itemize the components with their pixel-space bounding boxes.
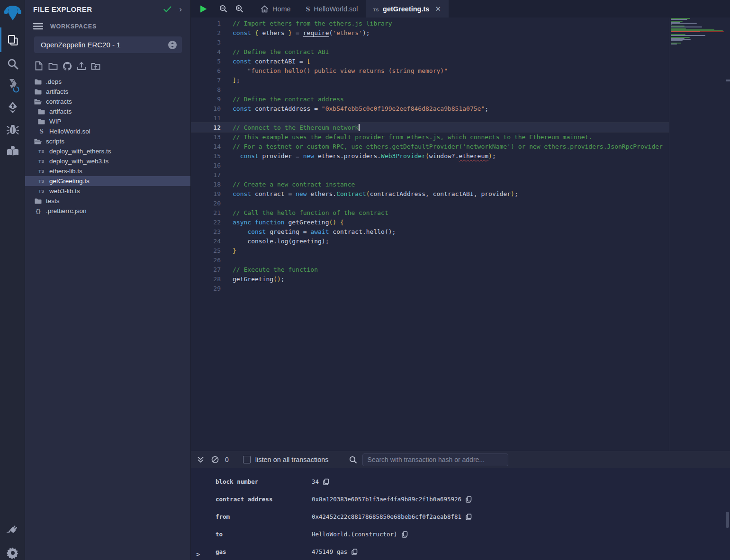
sol-icon: S (37, 128, 45, 135)
tab-label: HelloWorld.sol (314, 5, 358, 13)
folder-icon (34, 198, 42, 204)
activity-bar (0, 0, 25, 560)
new-folder-icon[interactable] (48, 61, 58, 71)
settings-icon[interactable] (0, 542, 25, 560)
file-explorer-icon[interactable] (0, 29, 25, 51)
listen-transactions-checkbox[interactable] (243, 456, 251, 463)
ts-icon: TS (37, 179, 45, 184)
run-script-button[interactable] (197, 3, 209, 15)
tree-item-deploy-with-ethers-ts[interactable]: TSdeploy_with_ethers.ts (25, 146, 190, 156)
minimap-line (671, 35, 705, 36)
line-number: 11 (191, 115, 221, 122)
code-line-9: 9// Define the contract address (191, 94, 669, 104)
new-file-icon[interactable] (34, 61, 44, 71)
tree-item-artifacts[interactable]: artifacts (25, 87, 190, 97)
ts-icon: TS (37, 169, 45, 174)
tree-item-label: web3-lib.ts (49, 187, 80, 195)
code-line-11: 11 (191, 113, 669, 123)
workspace-sort-icon[interactable] (168, 40, 177, 50)
line-number: 2 (191, 29, 221, 36)
line-text: const { ethers } = require('ethers'); (233, 29, 370, 36)
tree-item-scripts[interactable]: scripts (25, 136, 190, 146)
editor-scrollbar-mark[interactable] (726, 80, 730, 81)
folder-icon (34, 79, 42, 85)
line-text: // For a testnet or custom RPC, use ethe… (233, 143, 663, 150)
plugin-manager-icon[interactable] (0, 519, 25, 541)
debugger-icon[interactable] (0, 118, 25, 140)
clear-console-icon[interactable] (211, 456, 219, 463)
deploy-run-icon[interactable] (0, 97, 25, 118)
code-line-23: 23 const greeting = await contract.hello… (191, 227, 669, 236)
copy-icon[interactable] (466, 514, 472, 520)
tree-item--deps[interactable]: .deps (25, 77, 190, 87)
hamburger-menu-icon[interactable] (33, 23, 43, 30)
minimap-line (671, 41, 671, 42)
remix-logo[interactable] (0, 3, 25, 25)
transaction-details: block number34contract address0x8a120383… (191, 468, 730, 560)
listen-transactions-label[interactable]: listen on all transactions (255, 456, 329, 463)
home-icon (261, 5, 269, 13)
trx-value: 0x8a120383e6057b1f3aef4fa9b89c2f1b0a6959… (312, 496, 461, 503)
search-icon[interactable] (0, 53, 25, 75)
zoom-in-icon[interactable] (233, 3, 245, 15)
terminal-prompt[interactable]: > (196, 551, 200, 558)
tree-item-tests[interactable]: tests (25, 196, 190, 206)
workspace-select[interactable]: OpenZeppelin ERC20 - 1 (34, 36, 182, 53)
code-lines: 1// Import ethers from the ethers.js lib… (191, 18, 669, 451)
tree-item-label: getGreeting.ts (49, 178, 90, 185)
zoom-out-icon[interactable] (217, 3, 229, 15)
line-text: // Execute the function (233, 266, 318, 273)
code-line-8: 8 (191, 85, 669, 94)
file-explorer-panel: FILE EXPLORER › WORKSPACES OpenZeppelin … (25, 0, 191, 560)
minimap[interactable] (671, 18, 724, 45)
tree-item-web3-lib-ts[interactable]: TSweb3-lib.ts (25, 186, 190, 196)
code-line-20: 20 (191, 198, 669, 208)
line-number: 12 (191, 124, 221, 131)
line-number: 28 (191, 276, 221, 283)
copy-icon[interactable] (323, 479, 329, 485)
code-line-19: 19const contract = new ethers.Contract(c… (191, 189, 669, 198)
line-text: // Connect to the Ethereum network (233, 124, 360, 131)
line-number: 14 (191, 143, 221, 150)
copy-icon[interactable] (402, 531, 408, 538)
solidity-compiler-icon[interactable] (0, 75, 25, 97)
tree-item-contracts[interactable]: contracts (25, 97, 190, 107)
line-number: 19 (191, 190, 221, 197)
tree-item-getgreeting-ts[interactable]: TSgetGreeting.ts (25, 176, 190, 186)
tree-item--prettierrc-json[interactable]: { }.prettierrc.json (25, 206, 190, 216)
expand-terminal-icon[interactable] (197, 456, 204, 463)
code-line-22: 22async function getGreeting() { (191, 217, 669, 227)
line-text: ]; (233, 77, 240, 84)
terminal-search-input[interactable] (362, 453, 508, 466)
tree-item-label: WIP (49, 118, 62, 125)
code-line-3: 3 (191, 37, 669, 47)
collapse-panel-icon[interactable]: › (179, 5, 182, 13)
code-line-2: 2const { ethers } = require('ethers'); (191, 28, 669, 37)
copy-icon[interactable] (351, 549, 358, 555)
code-line-18: 18// Create a new contract instance (191, 179, 669, 189)
line-number: 4 (191, 48, 221, 55)
close-tab-icon[interactable]: ✕ (435, 5, 441, 13)
upload-folder-icon[interactable] (91, 61, 100, 71)
tab-helloworld-sol[interactable]: SHelloWorld.sol (298, 0, 366, 18)
code-editor[interactable]: 1// Import ethers from the ethers.js lib… (191, 18, 730, 451)
code-line-27: 27// Execute the function (191, 265, 669, 274)
sol-icon: S (306, 5, 310, 13)
terminal-scrollbar[interactable] (726, 512, 729, 528)
tree-item-ethers-lib-ts[interactable]: TSethers-lib.ts (25, 166, 190, 176)
learneth-icon[interactable] (0, 140, 25, 162)
upload-file-icon[interactable] (77, 61, 86, 71)
line-number: 21 (191, 209, 221, 216)
github-icon[interactable] (63, 61, 72, 71)
tree-item-deploy-with-web3-ts[interactable]: TSdeploy_with_web3.ts (25, 156, 190, 166)
copy-icon[interactable] (466, 496, 472, 503)
tree-item-artifacts[interactable]: artifacts (25, 107, 190, 116)
code-line-6: 6 "function hello() public view returns … (191, 66, 669, 75)
tree-item-wip[interactable]: WIP (25, 116, 190, 126)
minimap-line (671, 31, 724, 32)
tree-item-helloworld-sol[interactable]: SHelloWorld.sol (25, 126, 190, 136)
tab-home[interactable]: Home (253, 0, 298, 18)
tab-getgreeting-ts[interactable]: TSgetGreeting.ts✕ (366, 0, 449, 18)
code-line-13: 13// This example uses the default provi… (191, 132, 669, 142)
tree-item-label: contracts (46, 98, 72, 105)
